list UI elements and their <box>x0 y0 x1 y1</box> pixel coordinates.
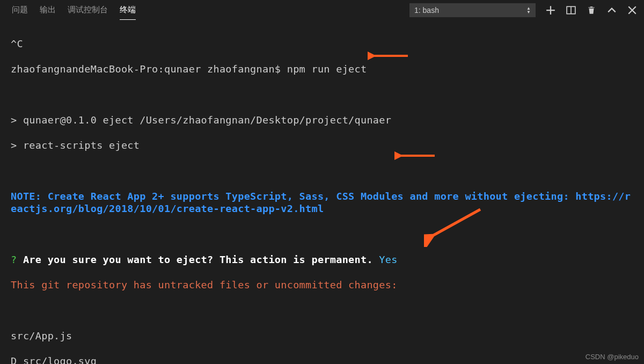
terminal-line: ^C <box>11 38 633 50</box>
terminal-line: > react-scripts eject <box>11 139 633 152</box>
terminal-line: src/App.js <box>11 330 633 343</box>
terminal-line <box>11 304 633 317</box>
plus-icon <box>546 5 555 15</box>
close-icon <box>627 5 637 15</box>
split-terminal-button[interactable] <box>566 5 576 16</box>
new-terminal-button[interactable] <box>545 5 556 16</box>
close-panel-button[interactable] <box>627 5 638 16</box>
tab-problems[interactable]: 问题 <box>12 1 28 20</box>
split-icon <box>566 5 576 15</box>
panel-header: 问题 输出 调试控制台 终端 1: bash ▲▼ <box>0 0 644 20</box>
trash-icon <box>587 5 596 15</box>
terminal-line: NOTE: Create React App 2+ supports TypeS… <box>11 190 633 215</box>
terminal-line <box>11 164 633 177</box>
terminal-line: > qunaer@0.1.0 eject /Users/zhaofangnan/… <box>11 114 633 127</box>
tab-terminal[interactable]: 终端 <box>120 1 136 20</box>
terminal-line: zhaofangnandeMacBook-Pro:qunaer zhaofang… <box>11 63 633 76</box>
terminal-selector[interactable]: 1: bash ▲▼ <box>409 3 536 17</box>
panel-controls: 1: bash ▲▼ <box>409 3 638 17</box>
chevron-updown-icon: ▲▼ <box>526 6 531 14</box>
watermark: CSDN @pikeduo <box>586 353 639 361</box>
terminal-output[interactable]: ^C zhaofangnandeMacBook-Pro:qunaer zhaof… <box>0 20 644 364</box>
kill-terminal-button[interactable] <box>586 5 597 16</box>
terminal-selector-label: 1: bash <box>414 6 439 14</box>
panel-tabs: 问题 输出 调试控制台 终端 <box>6 1 136 20</box>
tab-output[interactable]: 输出 <box>40 1 56 20</box>
terminal-line <box>11 88 633 101</box>
tab-debug-console[interactable]: 调试控制台 <box>68 1 108 20</box>
terminal-line: This git repository has untracked files … <box>11 279 633 292</box>
maximize-panel-button[interactable] <box>606 5 617 16</box>
terminal-line: ? Are you sure you want to eject? This a… <box>11 253 633 266</box>
chevron-up-icon <box>607 5 617 15</box>
terminal-line: D src/logo.svg <box>11 355 633 364</box>
terminal-line <box>11 228 633 241</box>
